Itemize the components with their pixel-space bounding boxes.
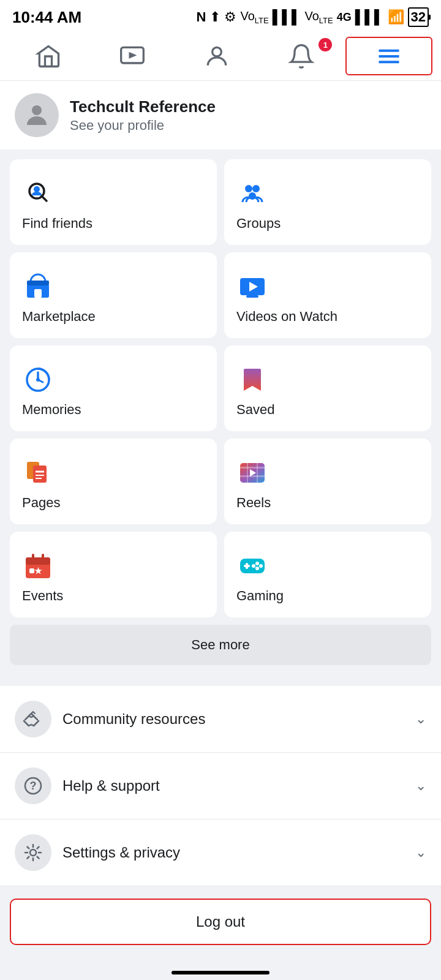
grid-card-events[interactable]: ★ Events: [10, 532, 217, 617]
svg-text:?: ?: [30, 780, 37, 792]
svg-rect-15: [34, 289, 42, 298]
signal-bars2: ▌▌▌: [355, 9, 384, 25]
help-icon: ?: [23, 775, 43, 796]
grid-row-2: Marketplace Videos on Watch: [10, 252, 431, 338]
accordion-community-resources[interactable]: Community resources ⌄: [0, 686, 441, 753]
grid-card-pages[interactable]: Pages: [10, 439, 217, 524]
community-resources-chevron: ⌄: [415, 711, 426, 727]
battery-icon: 32: [408, 7, 429, 27]
nav-home[interactable]: [6, 32, 91, 80]
logout-button[interactable]: Log out: [10, 899, 431, 945]
svg-rect-24: [33, 466, 47, 483]
grid-card-videos-on-watch[interactable]: Videos on Watch: [224, 252, 431, 338]
videos-on-watch-label: Videos on Watch: [236, 309, 419, 325]
svg-point-8: [34, 186, 40, 192]
grid-row-5: ★ Events Gaming: [10, 532, 431, 617]
profile-info: Techcult Reference See your profile: [70, 97, 216, 134]
svg-rect-37: [42, 554, 44, 561]
svg-rect-18: [246, 295, 258, 298]
profile-subtitle: See your profile: [70, 118, 216, 134]
saved-icon: [236, 364, 268, 396]
home-indicator-bar: [172, 971, 270, 974]
grid-card-find-friends[interactable]: Find friends: [10, 159, 217, 245]
find-friends-icon: [22, 178, 54, 209]
grid-card-groups[interactable]: Groups: [224, 159, 431, 245]
svg-point-44: [259, 564, 263, 568]
settings-privacy-chevron: ⌄: [415, 845, 426, 861]
saved-label: Saved: [236, 402, 419, 418]
status-time: 10:44 AM: [12, 8, 81, 27]
memories-icon: [22, 364, 54, 396]
signal-icon2: VoLTE: [304, 9, 333, 25]
reels-label: Reels: [236, 495, 419, 511]
status-bar: 10:44 AM N ⬆ ⚙ VoLTE ▌▌▌ VoLTE 4G ▌▌▌ 📶 …: [0, 0, 441, 32]
nav-profile[interactable]: [175, 32, 259, 80]
upload-icon: ⬆: [209, 9, 221, 25]
status-icons: N ⬆ ⚙ VoLTE ▌▌▌ VoLTE 4G ▌▌▌ 📶 32: [197, 7, 429, 27]
netflix-icon: N: [197, 9, 206, 25]
accordion-help-support[interactable]: ? Help & support ⌄: [0, 753, 441, 820]
svg-rect-14: [27, 281, 49, 285]
svg-line-22: [38, 380, 43, 382]
nav-menu[interactable]: [345, 37, 432, 75]
signal-4g: 4G: [337, 11, 352, 24]
help-support-icon-wrap: ?: [15, 767, 51, 804]
marketplace-label: Marketplace: [22, 309, 205, 325]
svg-point-6: [32, 105, 42, 115]
grid-section: Find friends Groups: [0, 154, 441, 680]
svg-rect-35: [26, 557, 50, 565]
events-icon: ★: [22, 550, 54, 582]
signal-bars: ▌▌▌: [273, 9, 301, 25]
handshake-icon: [23, 709, 43, 729]
profile-name: Techcult Reference: [70, 97, 216, 116]
gaming-label: Gaming: [236, 588, 419, 604]
groups-icon: [236, 178, 268, 209]
marketplace-icon: [22, 271, 54, 303]
grid-card-saved[interactable]: Saved: [224, 345, 431, 431]
videos-on-watch-icon: [236, 271, 268, 303]
svg-line-9: [42, 196, 47, 201]
section-divider: [0, 680, 441, 686]
svg-point-2: [213, 47, 222, 56]
svg-marker-1: [129, 51, 137, 58]
community-resources-label: Community resources: [62, 710, 415, 728]
groups-label: Groups: [236, 216, 419, 232]
grid-row-1: Find friends Groups: [10, 159, 431, 245]
logout-section: Log out: [0, 886, 441, 963]
svg-point-45: [255, 567, 259, 570]
grid-row-4: Pages: [10, 439, 431, 524]
pages-label: Pages: [22, 495, 205, 511]
grid-row-3: Memories Saved: [10, 345, 431, 431]
community-resources-icon-wrap: [15, 701, 51, 737]
help-support-label: Help & support: [62, 777, 415, 794]
grid-card-memories[interactable]: Memories: [10, 345, 217, 431]
help-support-chevron: ⌄: [415, 778, 426, 794]
svg-text:★: ★: [34, 566, 42, 576]
nav-notifications[interactable]: 1: [259, 32, 344, 80]
svg-point-11: [252, 185, 260, 192]
nav-watch[interactable]: [91, 32, 175, 80]
profile-header[interactable]: Techcult Reference See your profile: [0, 81, 441, 149]
svg-point-49: [30, 850, 36, 856]
svg-rect-42: [246, 563, 248, 569]
settings-status-icon: ⚙: [224, 9, 236, 25]
notification-badge: 1: [318, 38, 332, 51]
accordion-section: Community resources ⌄ ? Help & support ⌄…: [0, 686, 441, 886]
settings-icon: [23, 842, 43, 863]
see-more-button[interactable]: See more: [10, 625, 431, 665]
avatar: [15, 93, 59, 137]
svg-point-43: [255, 562, 259, 565]
pages-icon: [22, 457, 54, 489]
grid-card-marketplace[interactable]: Marketplace: [10, 252, 217, 338]
accordion-settings-privacy[interactable]: Settings & privacy ⌄: [0, 820, 441, 886]
svg-rect-29: [240, 467, 265, 469]
svg-rect-36: [32, 554, 34, 561]
home-indicator: [0, 963, 441, 980]
wifi-icon: 📶: [388, 9, 404, 25]
grid-card-reels[interactable]: Reels: [224, 439, 431, 524]
reels-icon: [236, 457, 268, 489]
svg-point-10: [245, 185, 252, 192]
nav-bar: 1: [0, 32, 441, 81]
grid-card-gaming[interactable]: Gaming: [224, 532, 431, 617]
memories-label: Memories: [22, 402, 205, 418]
